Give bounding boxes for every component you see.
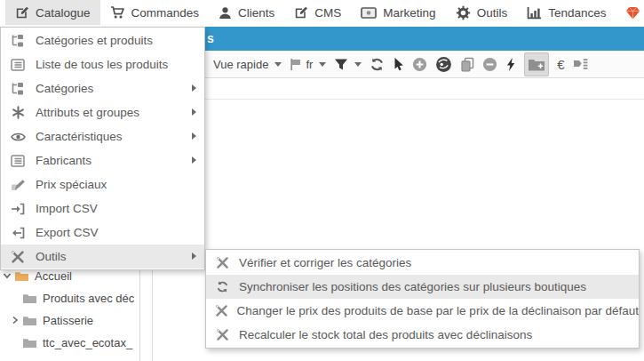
tree-item-test[interactable]: test xyxy=(0,354,139,361)
dropdown-item-import-csv[interactable]: Import CSV xyxy=(1,197,204,221)
euro-icon: € xyxy=(557,57,564,72)
main-menubar: Catalogue Commandes Clients CMS Marketin… xyxy=(0,0,644,25)
gem-icon xyxy=(625,6,640,20)
menu-item-tendances[interactable]: Tendances xyxy=(517,0,616,25)
folder-icon xyxy=(22,315,37,326)
dropdown-item-outils[interactable]: Outils xyxy=(1,245,204,269)
menu-item-label: Commandes xyxy=(131,6,200,20)
remove-button[interactable] xyxy=(482,57,497,72)
chevron-down-icon xyxy=(354,62,362,67)
dropdown-item-label: Catégories et produits xyxy=(36,34,153,47)
menu-item-catalogue[interactable]: Catalogue xyxy=(5,0,100,25)
person-icon xyxy=(219,6,232,20)
tag-list-button[interactable] xyxy=(573,57,589,71)
quick-view-dropdown[interactable]: Vue rapide xyxy=(213,58,282,71)
dropdown-item-label: Caractéristiques xyxy=(36,130,123,143)
tools-icon xyxy=(213,304,229,317)
submenu-item-recalculer-stock[interactable]: Recalculer le stock total des produits a… xyxy=(206,323,639,347)
duplicate-button[interactable] xyxy=(460,57,474,72)
submenu-arrow-icon xyxy=(192,156,196,164)
chevron-expanded-icon[interactable] xyxy=(3,271,14,280)
tree-item-patisserie[interactable]: Patisserie xyxy=(0,309,139,331)
dropdown-item-label: Outils xyxy=(36,250,67,263)
menu-item-outils[interactable]: Outils xyxy=(446,0,518,25)
language-dropdown[interactable]: fr xyxy=(290,58,326,71)
banknote-icon xyxy=(361,7,377,19)
folder-add-button[interactable] xyxy=(524,52,549,76)
euro-button[interactable]: € xyxy=(557,57,564,72)
folder-icon xyxy=(14,270,29,282)
dropdown-item-prix-speciaux[interactable]: Prix spéciaux xyxy=(1,172,204,197)
cart-icon xyxy=(110,5,125,20)
submenu-arrow-icon xyxy=(192,84,196,92)
edit-icon xyxy=(15,5,29,20)
chevron-down-icon xyxy=(319,62,326,67)
remove-circle-icon xyxy=(482,57,497,72)
dropdown-item-categories-et-produits[interactable]: Catégories et produits xyxy=(1,28,204,52)
tree-item-produits-avec-dec[interactable]: Produits avec déc xyxy=(0,287,139,309)
quick-view-label: Vue rapide xyxy=(213,58,268,71)
menu-item-e-services[interactable]: e-Servi xyxy=(616,0,644,25)
refresh-icon xyxy=(370,57,385,72)
dropdown-item-label: Liste de tous les produits xyxy=(36,58,168,71)
categories-tree-icon xyxy=(9,34,27,47)
submenu-arrow-icon xyxy=(192,108,196,116)
cursor-icon xyxy=(393,57,404,72)
panel-splitter[interactable] xyxy=(152,267,153,361)
chevron-collapsed-icon[interactable] xyxy=(11,316,22,325)
categories-tree-icon xyxy=(9,82,27,95)
menu-item-cms[interactable]: CMS xyxy=(284,0,351,25)
dropdown-item-liste-produits[interactable]: Liste de tous les produits xyxy=(1,52,204,76)
submenu-item-label: Vérifier et corriger les catégories xyxy=(239,256,411,269)
catalogue-dropdown-menu: Catégories et produits Liste de tous les… xyxy=(0,27,205,270)
menu-item-label: CMS xyxy=(314,6,341,20)
refresh-button[interactable] xyxy=(370,57,385,72)
chevron-down-icon xyxy=(274,62,282,67)
special-price-icon xyxy=(9,178,27,191)
tag-list-icon xyxy=(573,57,589,71)
dropdown-item-label: Fabricants xyxy=(36,154,91,167)
tree-item-ttc-avec-ecotax[interactable]: ttc_avec_ecotax_ xyxy=(0,332,139,353)
app-window: Catalogue Commandes Clients CMS Marketin… xyxy=(0,0,644,361)
tools-icon xyxy=(213,256,232,269)
submenu-item-verifier-categories[interactable]: Vérifier et corriger les catégories xyxy=(206,251,639,275)
dropdown-item-export-csv[interactable]: Export CSV xyxy=(1,221,204,245)
submenu-item-label: Changer le prix des produits de base par… xyxy=(236,304,639,317)
folder-icon xyxy=(22,337,37,349)
submenu-arrow-icon xyxy=(192,253,196,260)
list-icon xyxy=(9,155,27,167)
add-circle-icon xyxy=(412,57,427,72)
multistore-button[interactable] xyxy=(435,56,452,73)
submenu-item-synchroniser-positions[interactable]: Synchroniser les positions des catégorie… xyxy=(206,275,639,299)
import-icon xyxy=(9,203,27,215)
dropdown-item-attributs[interactable]: Attributs et groupes xyxy=(1,100,204,124)
menu-item-marketing[interactable]: Marketing xyxy=(351,0,445,25)
menu-item-commandes[interactable]: Commandes xyxy=(100,0,210,25)
flag-icon xyxy=(290,58,301,71)
filter-icon xyxy=(334,58,348,71)
bar-chart-icon xyxy=(527,6,542,20)
copy-icon xyxy=(460,57,474,72)
select-cursor-button[interactable] xyxy=(393,57,404,72)
dropdown-item-label: Export CSV xyxy=(36,226,99,239)
dropdown-item-fabricants[interactable]: Fabricants xyxy=(1,148,204,172)
bolt-icon xyxy=(505,57,516,72)
gear-icon xyxy=(456,5,471,20)
dropdown-item-categories[interactable]: Catégories xyxy=(1,76,204,100)
export-icon xyxy=(9,227,27,239)
asterisk-icon xyxy=(9,106,27,119)
eye-icon xyxy=(9,132,27,142)
tools-icon xyxy=(9,250,27,264)
menu-item-clients[interactable]: Clients xyxy=(209,0,284,25)
add-button[interactable] xyxy=(412,57,427,72)
dropdown-item-label: Attributs et groupes xyxy=(36,106,139,119)
menu-item-label: Catalogue xyxy=(36,6,91,20)
dropdown-item-caracteristiques[interactable]: Caractéristiques xyxy=(1,124,204,148)
tree-item-label: Produits avec déc xyxy=(43,292,134,305)
actions-button[interactable] xyxy=(505,57,516,72)
dropdown-item-label: Catégories xyxy=(36,82,93,95)
filter-dropdown[interactable] xyxy=(334,58,362,71)
language-label: fr xyxy=(306,58,313,71)
folder-icon xyxy=(22,293,37,304)
submenu-item-changer-prix[interactable]: Changer le prix des produits de base par… xyxy=(206,299,639,323)
